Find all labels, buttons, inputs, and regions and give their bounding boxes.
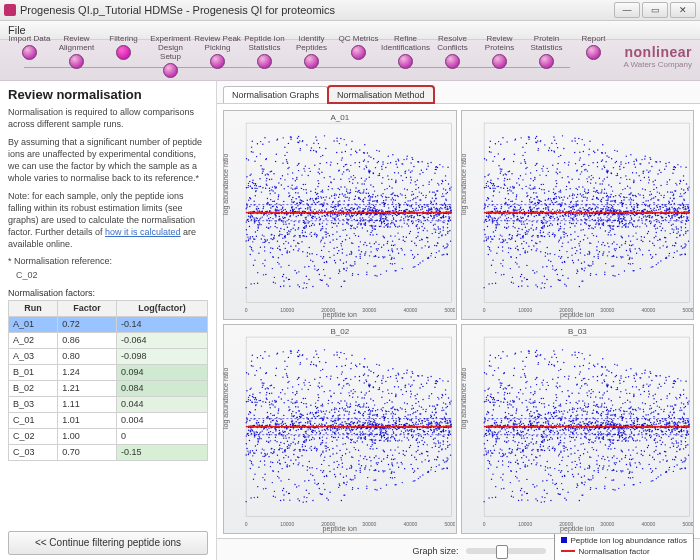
table-row[interactable]: A_020.86-0.064 [9,333,208,349]
svg-point-2061 [382,211,383,212]
svg-point-2619 [600,199,601,200]
table-row[interactable]: C_021.000 [9,429,208,445]
minimize-button[interactable]: — [614,2,640,18]
chart-title: B_03 [462,327,694,336]
svg-point-8735 [647,419,648,420]
svg-point-7856 [630,459,631,460]
step-2[interactable]: Filtering [100,34,147,80]
svg-point-5723 [313,364,314,365]
svg-point-8340 [635,374,636,375]
step-1[interactable]: ReviewAlignment [53,34,100,80]
svg-point-1623 [410,182,411,183]
svg-point-7420 [587,430,588,431]
svg-point-5191 [417,450,418,451]
table-row[interactable]: A_030.80-0.098 [9,349,208,365]
svg-point-8387 [647,445,648,446]
svg-point-2270 [624,188,625,189]
svg-point-2160 [316,211,317,212]
svg-point-8104 [504,429,505,430]
table-row[interactable]: B_031.110.044 [9,397,208,413]
th-log[interactable]: Log(factor) [116,301,207,317]
svg-point-2712 [492,195,493,196]
svg-point-3492 [517,249,518,250]
svg-point-4396 [553,236,554,237]
svg-point-447 [345,164,346,165]
svg-point-6231 [433,421,434,422]
step-11[interactable]: ProteinStatistics [523,34,570,80]
svg-point-8254 [487,389,488,390]
svg-point-2084 [306,236,307,237]
svg-point-6440 [254,375,255,376]
step-0[interactable]: Import Data [6,34,53,80]
svg-point-4559 [359,468,360,469]
svg-point-1023 [405,197,406,198]
svg-point-1290 [372,172,373,173]
svg-point-410 [433,228,434,229]
svg-point-5748 [251,433,252,434]
svg-point-4141 [548,232,549,233]
svg-point-2430 [675,226,676,227]
svg-point-861 [266,203,267,204]
table-row[interactable]: C_011.010.004 [9,413,208,429]
svg-point-4086 [627,226,628,227]
svg-point-4747 [325,450,326,451]
svg-point-8317 [548,405,549,406]
svg-point-954 [297,228,298,229]
svg-point-5539 [252,355,253,356]
step-12[interactable]: Report [570,34,617,80]
svg-point-3837 [554,193,555,194]
step-6[interactable]: IdentifyPeptides [288,34,335,80]
svg-point-4853 [439,378,440,379]
svg-point-5525 [333,393,334,394]
svg-point-1502 [269,193,270,194]
svg-point-7427 [671,406,672,407]
svg-point-2968 [495,208,496,209]
svg-point-4039 [679,217,680,218]
svg-point-5812 [274,449,275,450]
svg-point-6663 [592,410,593,411]
svg-point-4320 [596,210,597,211]
svg-point-2434 [579,152,580,153]
svg-point-376 [401,194,402,195]
table-row[interactable]: A_010.72-0.14 [9,317,208,333]
svg-point-2273 [618,195,619,196]
step-5[interactable]: Peptide IonStatistics [241,34,288,80]
th-factor[interactable]: Factor [58,301,117,317]
step-10[interactable]: ReviewProteins [476,34,523,80]
step-7[interactable]: QC Metrics [335,34,382,80]
tab-graphs[interactable]: Normalisation Graphs [223,86,328,103]
svg-point-2503 [497,141,498,142]
svg-point-710 [450,207,451,208]
svg-point-8375 [536,485,537,486]
svg-point-2104 [354,263,355,264]
step-9[interactable]: ResolveConflicts [429,34,476,80]
th-run[interactable]: Run [9,301,58,317]
svg-point-4291 [583,209,584,210]
table-row[interactable]: C_030.70-0.15 [9,445,208,461]
svg-point-1263 [375,265,376,266]
svg-point-4203 [620,163,621,164]
svg-point-7557 [674,381,675,382]
svg-point-1373 [250,215,251,216]
step-8[interactable]: RefineIdentifications [382,34,429,80]
maximize-button[interactable]: ▭ [642,2,668,18]
graph-size-slider[interactable] [466,548,546,554]
svg-point-3050 [669,197,670,198]
calc-link[interactable]: how it is calculated [105,227,181,237]
svg-point-7604 [589,489,590,490]
svg-point-4200 [579,208,580,209]
svg-point-655 [305,222,306,223]
svg-point-2197 [278,263,279,264]
close-button[interactable]: ✕ [670,2,696,18]
tab-method[interactable]: Normalisation Method [328,86,434,103]
table-row[interactable]: B_011.240.094 [9,365,208,381]
step-4[interactable]: Review PeakPicking [194,34,241,80]
continue-button[interactable]: << Continue filtering peptide ions [8,531,208,555]
step-3[interactable]: ExperimentDesign Setup [147,34,194,80]
svg-point-5469 [315,402,316,403]
svg-point-8631 [561,460,562,461]
slider-thumb[interactable] [496,545,508,559]
svg-point-6602 [359,406,360,407]
table-row[interactable]: B_021.210.084 [9,381,208,397]
svg-point-383 [413,198,414,199]
